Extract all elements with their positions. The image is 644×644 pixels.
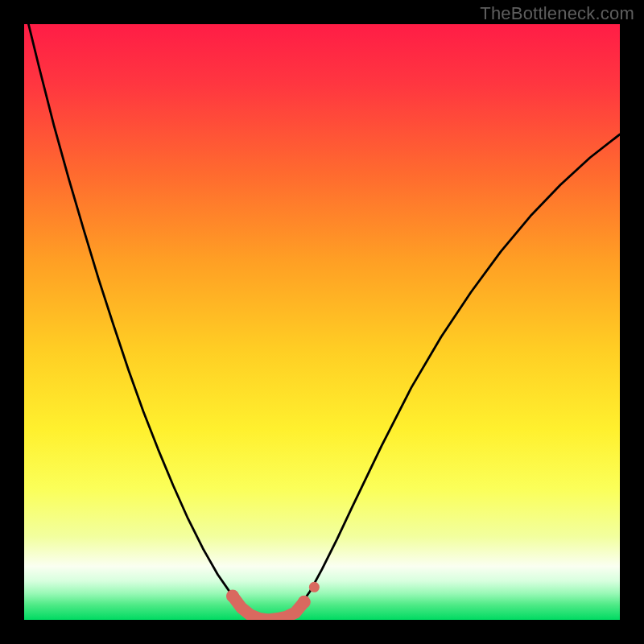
fit-range-end-dot xyxy=(298,596,311,609)
chart-svg xyxy=(24,24,620,620)
chart-frame: TheBottleneck.com xyxy=(0,0,644,644)
plot-area xyxy=(24,24,620,620)
fit-range-outlier-dot xyxy=(309,582,320,592)
fit-range-start-dot xyxy=(226,589,239,602)
watermark: TheBottleneck.com xyxy=(480,3,634,24)
